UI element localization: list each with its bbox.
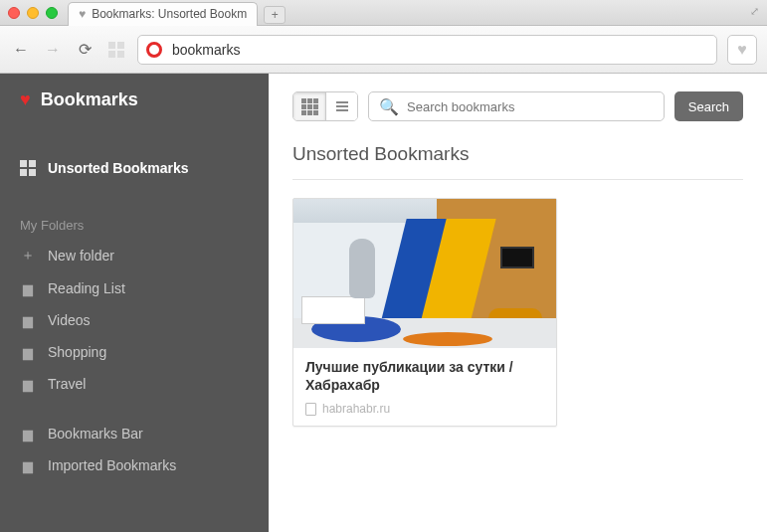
sidebar-item-label: Bookmarks Bar	[48, 426, 143, 442]
bookmark-domain: habrahabr.ru	[322, 402, 390, 416]
tab-title: Bookmarks: Unsorted Bookm	[92, 7, 247, 21]
browser-tab[interactable]: ♥ Bookmarks: Unsorted Bookm	[68, 2, 258, 26]
window-controls	[8, 7, 58, 19]
sidebar-item-folder[interactable]: ▆ Travel	[0, 368, 269, 400]
sidebar-item-bookmarks-bar[interactable]: ▆ Bookmarks Bar	[0, 418, 269, 449]
forward-button[interactable]: →	[42, 39, 64, 61]
sidebar-item-imported[interactable]: ▆ Imported Bookmarks	[0, 449, 269, 481]
folder-icon: ▆	[20, 313, 36, 328]
folder-icon: ▆	[20, 458, 36, 473]
folder-icon: ▆	[20, 345, 36, 360]
address-bar[interactable]	[137, 35, 717, 65]
sidebar-item-label: Shopping	[48, 344, 106, 360]
sidebar-heading-my-folders: My Folders	[0, 212, 269, 239]
sidebar-item-label: Travel	[48, 376, 86, 392]
sidebar-item-label: Videos	[48, 312, 91, 328]
sidebar-item-label: Imported Bookmarks	[48, 457, 176, 473]
close-window-button[interactable]	[8, 7, 20, 19]
folder-icon: ▆	[20, 281, 36, 296]
sidebar-item-label: New folder	[48, 248, 114, 264]
search-icon: 🔍	[379, 97, 399, 116]
fullscreen-icon[interactable]: ⤢	[750, 5, 759, 18]
sidebar: ♥ Bookmarks Unsorted Bookmarks My Folder…	[0, 74, 269, 532]
page-icon	[305, 403, 316, 416]
grid-view-button[interactable]	[293, 92, 325, 120]
list-icon	[336, 101, 348, 111]
sidebar-item-folder[interactable]: ▆ Shopping	[0, 336, 269, 368]
content-heading: Unsorted Bookmarks	[292, 143, 743, 165]
address-input[interactable]	[172, 42, 708, 58]
back-button[interactable]: ←	[10, 39, 32, 61]
sidebar-item-label: Reading List	[48, 280, 125, 296]
heart-icon: ♥	[79, 7, 86, 21]
view-toggle	[292, 91, 358, 121]
search-field[interactable]: 🔍	[368, 91, 665, 121]
sidebar-item-folder[interactable]: ▆ Reading List	[0, 272, 269, 304]
divider	[292, 179, 743, 180]
grid-icon	[301, 98, 318, 115]
bookmark-thumbnail	[293, 199, 556, 348]
page-title: ♥ Bookmarks	[0, 89, 269, 124]
folder-icon: ▆	[20, 427, 36, 442]
bookmark-url: habrahabr.ru	[305, 402, 544, 416]
browser-toolbar: ← → ⟳ ♥	[0, 26, 767, 74]
main-panel: 🔍 Search Unsorted Bookmarks	[269, 74, 767, 532]
search-button[interactable]: Search	[674, 91, 743, 121]
heart-icon: ♥	[20, 89, 31, 110]
sidebar-item-new-folder[interactable]: ＋ New folder	[0, 239, 269, 272]
list-view-button[interactable]	[325, 92, 357, 120]
tiles-icon	[20, 160, 36, 176]
bookmark-heart-button[interactable]: ♥	[727, 35, 757, 65]
window-titlebar: ♥ Bookmarks: Unsorted Bookm + ⤢	[0, 0, 767, 26]
folder-icon: ▆	[20, 377, 36, 392]
search-input[interactable]	[407, 99, 654, 114]
main-header: 🔍 Search	[292, 91, 743, 121]
sidebar-item-folder[interactable]: ▆ Videos	[0, 304, 269, 336]
bookmark-title: Лучшие публикации за сутки / Хабрахабр	[305, 358, 544, 394]
plus-icon: ＋	[20, 247, 36, 265]
opera-icon	[146, 42, 162, 58]
sidebar-item-unsorted[interactable]: Unsorted Bookmarks	[0, 152, 269, 184]
new-tab-button[interactable]: +	[264, 6, 286, 24]
page-title-text: Bookmarks	[41, 89, 138, 110]
minimize-window-button[interactable]	[27, 7, 39, 19]
reload-button[interactable]: ⟳	[74, 39, 96, 61]
speed-dial-button[interactable]	[105, 39, 127, 61]
zoom-window-button[interactable]	[46, 7, 58, 19]
grid-icon	[108, 42, 124, 58]
bookmark-card[interactable]: Лучшие публикации за сутки / Хабрахабр h…	[292, 198, 557, 427]
sidebar-item-label: Unsorted Bookmarks	[48, 160, 189, 176]
